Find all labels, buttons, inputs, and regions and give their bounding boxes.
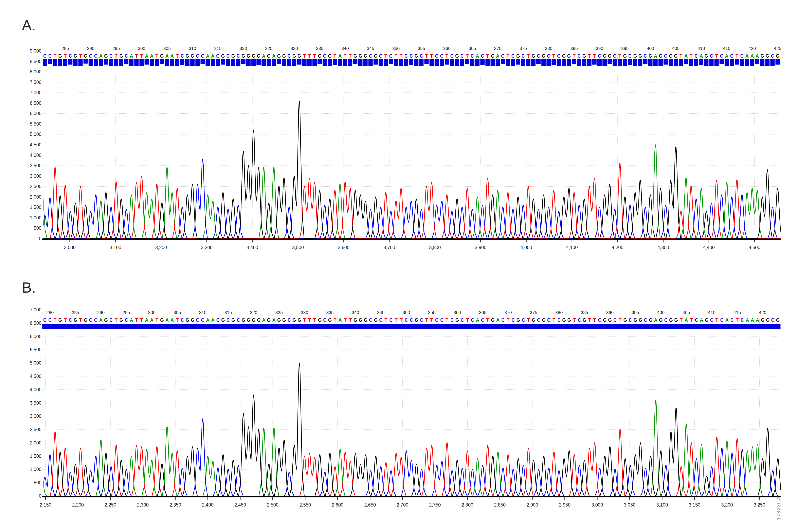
base-number-label: 330 — [290, 46, 298, 51]
x-tick-label: 2,350 — [169, 502, 181, 508]
base-number-label: 345 — [367, 46, 374, 51]
quality-bar — [536, 324, 542, 329]
base-call-letter: C — [410, 53, 413, 59]
y-tick-label: 8,500 — [30, 59, 41, 64]
base-number-label: 395 — [631, 310, 639, 315]
base-call-letter: C — [288, 318, 291, 323]
quality-bar — [93, 324, 98, 329]
y-tick-label: 4,000 — [30, 153, 41, 158]
quality-bar — [480, 324, 485, 329]
chromatogram-figure: A. 05001,0001,5002,0002,5003,0003,5004,0… — [0, 0, 797, 532]
x-tick-label: 3,100 — [656, 502, 668, 508]
base-number-label: 405 — [672, 46, 680, 51]
base-call-letter: G — [318, 318, 322, 323]
quality-bar — [215, 324, 221, 329]
quality-bar — [755, 59, 759, 64]
base-call-letter: G — [231, 318, 235, 323]
quality-bar — [608, 59, 612, 64]
x-tick-label: 3,000 — [591, 502, 603, 508]
base-call-letter: A — [170, 318, 174, 323]
quality-bar — [409, 324, 414, 329]
y-tick-label: 7,000 — [30, 307, 41, 312]
base-number-label: 360 — [443, 46, 451, 51]
quality-bar — [450, 59, 454, 66]
quality-bar — [740, 59, 744, 66]
quality-bar — [358, 324, 363, 329]
base-call-letter: G — [359, 318, 362, 323]
base-call-letter: T — [54, 53, 56, 59]
base-call-letter: G — [354, 318, 357, 323]
quality-bar — [765, 324, 770, 329]
base-call-letter: T — [303, 318, 306, 323]
base-call-letter: G — [531, 53, 535, 59]
base-call-letter: G — [252, 318, 255, 323]
base-call-letter: C — [450, 53, 454, 59]
base-call-letter: A — [130, 53, 133, 59]
quality-bar — [679, 59, 683, 66]
base-call-letter: G — [58, 53, 62, 59]
base-call-letter: T — [79, 53, 82, 59]
quality-bar — [353, 59, 357, 64]
quality-bar — [735, 324, 740, 329]
quality-bar — [48, 59, 52, 64]
base-call-letter: C — [695, 318, 698, 323]
base-call-letter: T — [349, 53, 352, 59]
quality-bar — [83, 59, 88, 63]
base-number-label: 320 — [250, 310, 258, 315]
base-call-letter: G — [282, 53, 286, 59]
base-call-letter: G — [191, 53, 194, 59]
base-call-letter: G — [583, 318, 586, 323]
base-number-label: 365 — [469, 46, 476, 51]
quality-bar — [699, 59, 703, 65]
quality-bar — [302, 324, 307, 329]
quality-bar — [388, 324, 394, 329]
quality-bar — [291, 324, 297, 329]
quality-bar — [114, 324, 119, 329]
quality-bar — [663, 324, 669, 329]
quality-bar — [668, 324, 673, 329]
base-call-letter: G — [318, 53, 322, 59]
quality-bar — [170, 59, 174, 66]
base-call-letter: T — [466, 53, 469, 59]
base-call-letter: G — [247, 318, 250, 323]
base-call-letter: A — [745, 53, 749, 59]
quality-bar — [195, 324, 200, 329]
base-call-letter: C — [720, 318, 724, 323]
base-call-letter: T — [486, 318, 489, 323]
base-number-label: 345 — [377, 310, 385, 315]
base-call-letter: C — [522, 318, 525, 323]
base-call-letter: A — [476, 318, 479, 323]
quality-bar — [735, 59, 739, 64]
base-call-letter: G — [776, 318, 780, 323]
base-call-letter: G — [455, 318, 459, 323]
base-call-letter: G — [623, 318, 627, 323]
quality-bar — [160, 59, 164, 64]
quality-bar — [465, 59, 469, 64]
base-call-letter: G — [608, 53, 611, 59]
base-call-letter: C — [48, 318, 52, 323]
base-call-letter: C — [644, 53, 647, 59]
base-call-letter: G — [252, 53, 255, 59]
base-call-letter: C — [94, 318, 97, 323]
quality-bar — [282, 59, 286, 66]
quality-bar — [628, 324, 633, 329]
base-call-letter: C — [460, 53, 464, 59]
quality-bar — [715, 59, 719, 66]
base-call-letter: C — [287, 53, 291, 59]
base-call-letter: G — [705, 318, 708, 323]
x-tick-label: 2,800 — [461, 502, 473, 508]
quality-bar — [724, 324, 730, 329]
base-number-label: 375 — [530, 310, 537, 315]
quality-bar — [603, 59, 607, 66]
base-call-letter: T — [593, 318, 596, 323]
quality-bar — [445, 59, 449, 64]
base-call-letter: G — [567, 53, 571, 59]
base-call-letter: C — [125, 318, 128, 323]
base-call-letter: C — [557, 318, 561, 323]
quality-bar — [612, 59, 617, 66]
y-tick-label: 4,500 — [30, 374, 41, 379]
base-call-letter: C — [741, 318, 744, 323]
base-call-letter: C — [537, 53, 540, 59]
y-tick-label: 7,000 — [30, 90, 41, 95]
quality-bar — [648, 324, 653, 329]
